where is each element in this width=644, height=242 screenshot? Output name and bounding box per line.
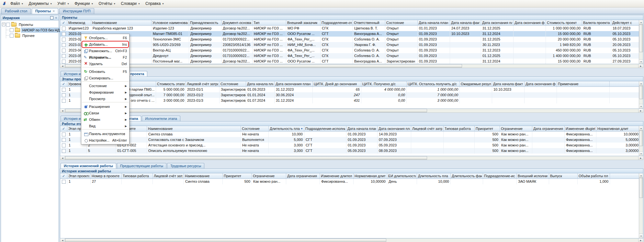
column-header[interactable]: Ответственный [353, 20, 385, 26]
column-header[interactable]: Дата начала план [346, 126, 378, 132]
section-tab[interactable]: История изменений работы [61, 163, 116, 168]
column-header[interactable]: Дата окончания пл [481, 20, 514, 26]
column-header[interactable]: Длительность план▼ [269, 126, 304, 132]
column-header[interactable]: Изменение длител [320, 173, 354, 179]
row-checkbox[interactable] [62, 43, 66, 47]
scroll-left-icon[interactable]: ◀ [60, 156, 65, 160]
context-menu-item[interactable]: Отобрать... F6 [82, 35, 129, 41]
context-menu-item[interactable]: Вид ▶ [82, 123, 129, 130]
collapse-panel-icon[interactable]: « [55, 17, 57, 19]
column-header[interactable]: Дата окончания план [378, 126, 411, 132]
column-header[interactable]: Действует с [611, 20, 641, 26]
column-header[interactable]: Дата окончания план [275, 81, 313, 87]
works-vertical-scrollbar[interactable]: ▲ ▼ [639, 126, 643, 156]
column-header[interactable]: Нормативная длит [354, 173, 387, 179]
row-checkbox[interactable] [62, 138, 66, 142]
column-header[interactable]: ✓ [60, 173, 67, 179]
column-header[interactable]: Нормативная длит [596, 126, 640, 132]
context-menu-item[interactable]: Формирование ▶ [82, 89, 129, 96]
row-checkbox[interactable] [62, 27, 66, 30]
menubar-item[interactable]: Файл ▼ [8, 0, 26, 7]
column-header[interactable]: ✓ [60, 81, 67, 87]
column-header[interactable]: Лицевой счёт затрат [186, 81, 220, 87]
column-header[interactable]: Объём работы пл [578, 173, 610, 179]
context-menu-item[interactable]: Состояние ▶ [82, 83, 129, 89]
column-header[interactable]: Номер в проекте [91, 173, 122, 179]
column-header[interactable]: Длительность фак [451, 173, 483, 179]
column-header[interactable]: Дата начала план [246, 81, 275, 87]
column-header[interactable]: Типовая работа [444, 126, 475, 132]
column-header[interactable]: Ограничение [500, 126, 532, 132]
column-header[interactable]: Наименование [184, 173, 223, 179]
scroll-left-icon[interactable]: ◀ [60, 64, 65, 68]
scrollbar-thumb[interactable] [639, 25, 643, 52]
tab-close-icon[interactable]: × [53, 9, 55, 13]
column-header[interactable]: Подразделение-ис [483, 173, 517, 179]
context-menu-item[interactable]: Связи ▶ [82, 110, 129, 116]
scrollbar-thumb[interactable] [65, 156, 427, 160]
tree-node[interactable]: НИОКР по ГОЗ без НДС [2, 27, 58, 33]
scroll-down-icon[interactable]: ▼ [639, 104, 643, 109]
scroll-up-icon[interactable]: ▲ [639, 20, 643, 25]
column-header[interactable]: ЦИТК. Осталось получить д/с [407, 81, 460, 87]
column-header[interactable]: Дата ограничения [286, 173, 320, 179]
scroll-down-icon[interactable]: ▼ [639, 234, 643, 238]
scrollbar-thumb[interactable] [65, 238, 386, 242]
column-header[interactable]: ЕИ длительности [387, 173, 417, 179]
section-tab[interactable]: Трудовые ресурсы [167, 163, 204, 168]
column-header[interactable]: Документ-основан [221, 20, 253, 26]
column-header[interactable]: Лицевой счёт затр [411, 126, 444, 132]
scrollbar-thumb[interactable] [639, 131, 643, 146]
table-row[interactable]: 2023-05ДредноутДемопример017310000922...… [60, 53, 643, 59]
column-header[interactable]: Примечание [557, 81, 610, 87]
column-header[interactable]: ✓ [60, 126, 67, 132]
column-header[interactable]: Стоимость проект [546, 20, 582, 26]
history-vertical-scrollbar[interactable]: ▲ ▼ [639, 173, 643, 238]
menubar-item[interactable]: Документы ▼ [26, 0, 55, 7]
column-header[interactable]: Дата начала факт [450, 20, 481, 26]
row-checkbox[interactable] [62, 144, 66, 147]
column-header[interactable]: Дата окончания ф [514, 20, 546, 26]
table-row[interactable]: 2023-02Технология-ЭМСДемопример017310000… [60, 37, 643, 42]
column-header[interactable]: ЦИТК. Дней до окончания [313, 81, 361, 87]
column-header[interactable]: Принадлежность [189, 20, 221, 26]
context-menu-item[interactable]: Обмен ▶ [82, 116, 129, 123]
scroll-right-icon[interactable]: ▶ [638, 64, 643, 68]
section-tab[interactable]: Исполнители этапа [142, 116, 180, 121]
tree-expander-icon[interactable]: − [2, 23, 6, 26]
row-checkbox[interactable] [62, 54, 66, 58]
table-row[interactable]: Изделие123Разработка изделия 123Изделие-… [60, 26, 643, 31]
column-header[interactable]: Приоритет [475, 126, 500, 132]
scroll-right-icon[interactable]: ▶ [638, 109, 643, 112]
column-header[interactable] [610, 81, 640, 87]
menubar-item[interactable]: Функции ▼ [72, 0, 96, 7]
tree-node[interactable]: Прочее [2, 33, 58, 38]
scrollbar-thumb[interactable] [639, 178, 643, 198]
column-header[interactable]: Стоимость этапа [156, 81, 186, 87]
section-tab[interactable]: Предшествующие работы [117, 163, 166, 168]
column-header[interactable]: Наименование [147, 126, 241, 132]
table-row[interactable]: 1еденной опыт...7 000 000,002023-01/2Зар… [60, 92, 643, 98]
column-header[interactable]: Длительность пла [417, 173, 451, 179]
window-tab[interactable]: Проекты × [32, 8, 58, 14]
column-header[interactable]: ЦИТК. Получено д/с [361, 81, 407, 87]
context-menu-item[interactable]: Расширения ▶ [82, 103, 129, 110]
menubar-item[interactable]: Справка ▼ [143, 0, 167, 7]
table-row[interactable]: 2023-01ТПостоянный маг...ДемопримерДогов… [60, 59, 643, 64]
table-row[interactable]: 2023-03905-U020-23/269Демопример230823/0… [60, 42, 643, 48]
row-checkbox[interactable] [62, 38, 66, 41]
row-checkbox[interactable] [62, 60, 66, 63]
window-tab[interactable]: Рабочий стол [1, 8, 31, 14]
projects-vertical-scrollbar[interactable]: ▲ ▼ [639, 20, 643, 64]
menubar-item[interactable]: Учёт ▼ [55, 0, 72, 7]
dock-panel-icon[interactable] [50, 16, 53, 19]
column-header[interactable]: Мнемокод [67, 20, 91, 26]
scroll-right-icon[interactable]: ▶ [638, 238, 643, 242]
scroll-left-icon[interactable]: ◀ [60, 109, 65, 112]
tree-checkbox[interactable] [10, 28, 14, 32]
context-menu-item[interactable]: Исправить... F2 [82, 54, 129, 61]
column-header[interactable]: Дата начала факт [492, 81, 525, 87]
tree-node[interactable]: − Проекты [2, 22, 58, 27]
scroll-up-icon[interactable]: ▲ [639, 126, 643, 131]
column-header[interactable]: Лицевой счёт затр [153, 173, 184, 179]
